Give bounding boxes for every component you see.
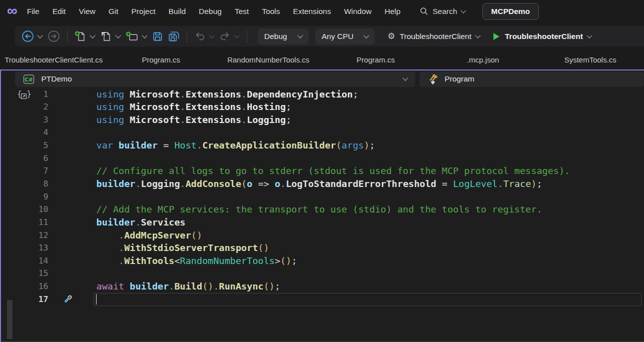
open-file-dropdown[interactable] [115,36,123,38]
solution-platform-dropdown[interactable]: Any CPU [315,28,375,44]
line-number: 17 [35,293,49,306]
menu-item-debug[interactable]: Debug [192,4,228,19]
outline-margin [1,216,35,229]
code-line-11[interactable]: 11builder.Services [1,216,644,229]
chevron-down-icon [402,75,408,80]
redo-icon [219,31,231,42]
code-text: var builder = Host.CreateApplicationBuil… [97,139,644,152]
code-line-5[interactable]: 5var builder = Host.CreateApplicationBui… [1,139,644,152]
code-editor[interactable]: { }↗1using Microsoft.Extensions.Dependen… [1,88,644,342]
save-all-button[interactable] [166,30,181,43]
code-line-15[interactable]: 15 [1,267,644,280]
navigation-bar: C# PTDemo ♥ Program [1,70,644,88]
glyph-margin [49,126,97,139]
search-control[interactable]: Search [420,7,465,16]
text-caret [96,294,97,304]
outline-margin [1,229,35,242]
menu-item-test[interactable]: Test [228,4,255,19]
line-number: 3 [35,114,49,126]
menu-item-window[interactable]: Window [337,4,378,19]
glyph-margin [49,229,97,242]
redo-button[interactable] [218,30,232,42]
code-line-3[interactable]: 3using Microsoft.Extensions.Logging; [1,114,644,126]
line-number: 8 [35,178,49,190]
code-line-12[interactable]: 12 .AddMcpServer() [1,229,644,242]
code-line-4[interactable]: 4 [1,126,644,139]
navigate-back-dropdown[interactable] [37,36,45,38]
start-debugging-button[interactable]: TroubleshooterClient [492,32,591,41]
project-dropdown[interactable]: C# PTDemo [15,72,415,87]
startup-project-dropdown[interactable]: ⚙ TroubleshooterClient [387,32,480,41]
code-line-13[interactable]: 13 .WithStdioServerTransport() [1,242,644,254]
code-line-8[interactable]: 8builder.Logging.AddConsole(o => o.LogTo… [1,178,644,190]
visual-studio-logo-icon: ∞ [7,6,18,16]
code-line-10[interactable]: 10// Add the MCP services: the transport… [1,203,644,216]
menu-item-git[interactable]: Git [102,4,125,19]
menu-item-tools[interactable]: Tools [255,4,286,19]
code-line-2[interactable]: 2using Microsoft.Extensions.Hosting; [1,100,644,114]
code-line-9[interactable]: 9 [1,190,644,204]
document-tab-0[interactable]: TroubleshooterClientClient.cs [0,50,108,70]
add-item-dropdown[interactable] [142,36,149,38]
symbol-dropdown[interactable]: ♥ Program [419,72,644,87]
undo-dropdown[interactable] [209,36,216,38]
outline-margin [1,164,35,178]
outline-margin [1,126,35,139]
menu-item-build[interactable]: Build [162,4,192,19]
code-line-17[interactable]: 17 [1,293,644,306]
new-file-button[interactable] [73,30,88,44]
document-tab-5[interactable]: SystemTools.cs [537,50,644,70]
glyph-margin [49,280,97,293]
navigate-back-button[interactable] [20,29,36,44]
svg-text:C#: C# [25,76,33,82]
screwdriver-quick-actions-icon[interactable] [62,294,73,305]
menu-item-project[interactable]: Project [125,4,162,19]
document-tab-bar: TroubleshooterClientClient.csProgram.csR… [0,50,644,70]
code-text: .WithStdioServerTransport() [97,242,644,254]
navigate-forward-button[interactable] [46,29,62,44]
outline-margin [1,280,35,293]
code-line-7[interactable]: 7// Configure all logs to go to stderr (… [1,164,644,178]
redo-dropdown[interactable] [234,36,241,38]
code-line-14[interactable]: 14 .WithTools<RandomNumberTools>(); [1,254,644,268]
code-text [97,190,644,204]
save-button[interactable] [151,30,165,43]
code-structure-icon[interactable]: { }↗ [17,90,30,100]
code-text: // Configure all logs to go to stderr (s… [97,164,644,178]
solution-name-badge: MCPDemo [482,3,539,20]
menu-item-file[interactable]: File [21,4,46,19]
glyph-margin [49,190,97,204]
outline-margin [1,242,35,254]
csharp-project-icon: C# [23,74,35,84]
solution-configuration-dropdown[interactable]: Debug [258,28,309,44]
code-line-6[interactable]: 6 [1,152,644,165]
glyph-margin [49,164,97,178]
add-item-button[interactable] [124,30,140,44]
menu-item-extensions[interactable]: Extensions [287,4,338,19]
code-line-1[interactable]: { }↗1using Microsoft.Extensions.Dependen… [1,88,644,101]
outline-margin [1,267,35,280]
open-file-button[interactable] [99,30,114,44]
menu-item-edit[interactable]: Edit [46,4,73,19]
toolbar-row: Debug Any CPU ⚙ TroubleshooterClient Tro… [0,22,644,50]
code-text [97,293,644,306]
document-tab-4[interactable]: .mcp.json [429,50,537,70]
document-tab-3[interactable]: Program.cs [322,50,430,70]
open-file-icon [100,30,112,42]
document-tab-2[interactable]: RandomNumberTools.cs [215,50,322,70]
search-label: Search [432,7,457,16]
code-line-16[interactable]: 16await builder.Build().RunAsync(); [1,280,644,293]
glyph-margin [49,267,97,280]
toolbar: Debug Any CPU ⚙ TroubleshooterClient Tro… [15,26,644,46]
undo-button[interactable] [193,30,207,42]
outline-margin [1,100,35,114]
menu-item-help[interactable]: Help [378,4,407,19]
new-file-dropdown[interactable] [90,36,97,38]
outline-margin [1,190,35,204]
menu-item-view[interactable]: View [72,4,102,19]
code-text [97,267,644,280]
back-arrow-icon [22,30,34,42]
margin-strip [7,300,13,339]
visual-studio-window: ∞ FileEditViewGitProjectBuildDebugTestTo… [0,0,644,342]
document-tab-1[interactable]: Program.cs [108,50,215,70]
